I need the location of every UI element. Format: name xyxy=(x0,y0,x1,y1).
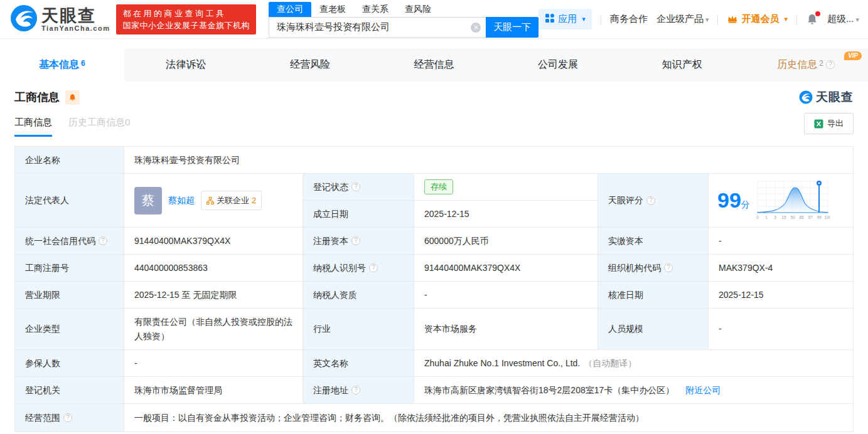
search-button[interactable]: 天眼一下 xyxy=(486,17,538,38)
tab-intellectual-property[interactable]: 知识产权 xyxy=(620,48,744,81)
legal-rep-name-link[interactable]: 蔡如超 xyxy=(168,193,195,208)
reg-capital-label: 注册资本 xyxy=(303,228,414,255)
search-input[interactable] xyxy=(269,17,486,38)
svg-text:85: 85 xyxy=(799,215,804,220)
legal-rep-label: 法定代表人 xyxy=(15,174,124,228)
tab-legal-litigation[interactable]: 法律诉讼 xyxy=(124,48,249,81)
svg-text:99: 99 xyxy=(817,215,822,220)
auto-translate-note: （自动翻译） xyxy=(584,356,636,371)
promo-line-1: 都在用的商业查询工具 xyxy=(122,8,250,19)
tab-company-development[interactable]: 公司发展 xyxy=(496,48,620,81)
english-name-value: Zhuhai Zhuke No.1 Investment Co., Ltd.（自… xyxy=(414,350,853,377)
divider xyxy=(601,14,601,24)
insured-count-value: - xyxy=(124,350,303,377)
business-term-label: 营业期限 xyxy=(15,282,124,309)
divider xyxy=(796,14,797,24)
export-button[interactable]: 导出 xyxy=(804,113,854,134)
legal-rep-avatar[interactable]: 蔡 xyxy=(134,187,162,214)
taxpayer-id-value: 91440400MAK379QX4X xyxy=(414,255,598,282)
enterprise-product-menu[interactable]: 企业级产品 xyxy=(656,13,709,25)
company-section-tabs: 基本信息6 法律诉讼 经营风险 经营信息 公司发展 知识产权 VIP 历史信息2 xyxy=(0,48,868,81)
company-name-label: 企业名称 xyxy=(15,147,124,174)
tyc-score-value[interactable]: 99分 0 xyxy=(709,174,853,228)
status-badge: 存续 xyxy=(424,179,453,194)
clear-icon[interactable] xyxy=(471,23,481,33)
legal-rep-value: 蔡 蔡如超 关联企业 2 xyxy=(124,174,303,228)
reg-authority-label: 登记机关 xyxy=(15,377,124,404)
credit-code-label: 统一社会信用代码 xyxy=(15,228,124,255)
industry-value: 资本市场服务 xyxy=(414,309,598,350)
subtab-business-info[interactable]: 工商信息 xyxy=(14,117,52,137)
tianyancha-watermark: 天眼查 xyxy=(799,89,854,105)
svg-text:1: 1 xyxy=(765,215,768,220)
divider xyxy=(717,14,718,24)
search-tab-risk[interactable]: 查风险 xyxy=(397,2,439,17)
help-icon[interactable] xyxy=(99,236,107,245)
staff-size-value: - xyxy=(709,309,853,350)
vip-badge: VIP xyxy=(844,51,862,60)
help-icon[interactable] xyxy=(826,60,835,69)
help-icon[interactable] xyxy=(351,236,360,245)
org-chart-icon xyxy=(206,197,214,204)
company-type-value: 有限责任公司（非自然人投资或控股的法人独资） xyxy=(124,309,303,350)
apps-button[interactable]: 应用 xyxy=(538,9,592,29)
section-title: 工商信息 xyxy=(14,90,60,105)
open-vip-label: 开通会员 xyxy=(741,13,779,25)
score-number: 99 xyxy=(717,188,741,212)
paid-capital-label: 实缴资本 xyxy=(598,228,709,255)
svg-text:97: 97 xyxy=(808,215,813,220)
approval-date-value: 2025-12-15 xyxy=(709,282,853,309)
business-scope-label: 经营范围 xyxy=(15,404,124,431)
logo-title: 天眼查 xyxy=(41,7,110,24)
crown-icon xyxy=(727,14,738,25)
nearby-companies-link[interactable]: 附近公司 xyxy=(685,383,721,398)
search-area: 查公司 查老板 查关系 查风险 天眼一下 xyxy=(269,1,538,38)
help-icon[interactable] xyxy=(369,263,378,272)
search-tab-company[interactable]: 查公司 xyxy=(269,2,311,17)
subtab-history-business-info[interactable]: 历史工商信息0 xyxy=(68,117,130,137)
apps-label: 应用 xyxy=(558,13,577,25)
apps-grid-icon xyxy=(545,13,555,25)
establish-date-value: 2025-12-15 xyxy=(414,201,598,228)
notification-bell[interactable] xyxy=(806,13,818,26)
approval-date-label: 核准日期 xyxy=(598,282,709,309)
logo-domain: TianYanCha.com xyxy=(41,24,110,32)
help-icon[interactable] xyxy=(63,413,72,422)
super-vip-menu[interactable]: 超级... xyxy=(827,13,859,25)
reg-address-value: 珠海市高新区唐家湾镇智谷街18号2层208室17卡（集中办公区）附近公司 xyxy=(414,377,853,404)
promo-banner: 都在用的商业查询工具 国家中小企业发展子基金旗下机构 xyxy=(116,4,256,34)
reg-number-value: 440400000853863 xyxy=(124,255,303,282)
industry-label: 行业 xyxy=(303,309,414,350)
subscribe-bell-button[interactable] xyxy=(65,90,80,105)
reg-address-label: 注册地址 xyxy=(303,377,414,404)
reg-number-label: 工商注册号 xyxy=(15,255,124,282)
open-vip-button[interactable]: 开通会员 xyxy=(727,13,788,25)
help-icon[interactable] xyxy=(664,263,673,272)
tab-history-info[interactable]: VIP 历史信息2 xyxy=(744,48,868,81)
tab-operation-info[interactable]: 经营信息 xyxy=(372,48,496,81)
search-tab-boss[interactable]: 查老板 xyxy=(311,2,354,17)
tab-operation-risk[interactable]: 经营风险 xyxy=(248,48,372,81)
staff-size-label: 人员规模 xyxy=(598,309,709,350)
org-code-label: 组织机构代码 xyxy=(598,255,709,282)
taxpayer-id-label: 纳税人识别号 xyxy=(303,255,414,282)
business-info-table: 企业名称 珠海珠科壹号投资有限公司 法定代表人 蔡 蔡如超 关联企业 2 登记状… xyxy=(14,146,854,432)
reg-status-value: 存续 xyxy=(414,174,598,201)
search-tabs: 查公司 查老板 查关系 查风险 xyxy=(269,1,538,17)
help-icon[interactable] xyxy=(351,386,360,394)
reg-status-label: 登记状态 xyxy=(303,174,414,201)
svg-text:15: 15 xyxy=(781,215,786,220)
search-tab-relation[interactable]: 查关系 xyxy=(354,2,397,17)
help-icon[interactable] xyxy=(351,183,360,191)
business-coop-link[interactable]: 商务合作 xyxy=(610,13,648,25)
english-name-label: 英文名称 xyxy=(303,350,414,377)
tianyancha-logo[interactable]: 天眼查 TianYanCha.com xyxy=(10,4,110,34)
company-type-label: 企业类型 xyxy=(15,309,124,350)
credit-code-value: 91440400MAK379QX4X xyxy=(124,228,303,255)
tianyancha-logo-icon xyxy=(799,90,813,104)
top-header: 天眼查 TianYanCha.com 都在用的商业查询工具 国家中小企业发展子基… xyxy=(0,0,868,39)
help-icon[interactable] xyxy=(646,196,655,205)
tab-basic-info[interactable]: 基本信息6 xyxy=(0,48,124,81)
svg-text:3: 3 xyxy=(774,215,776,220)
related-companies-badge[interactable]: 关联企业 2 xyxy=(201,191,262,210)
